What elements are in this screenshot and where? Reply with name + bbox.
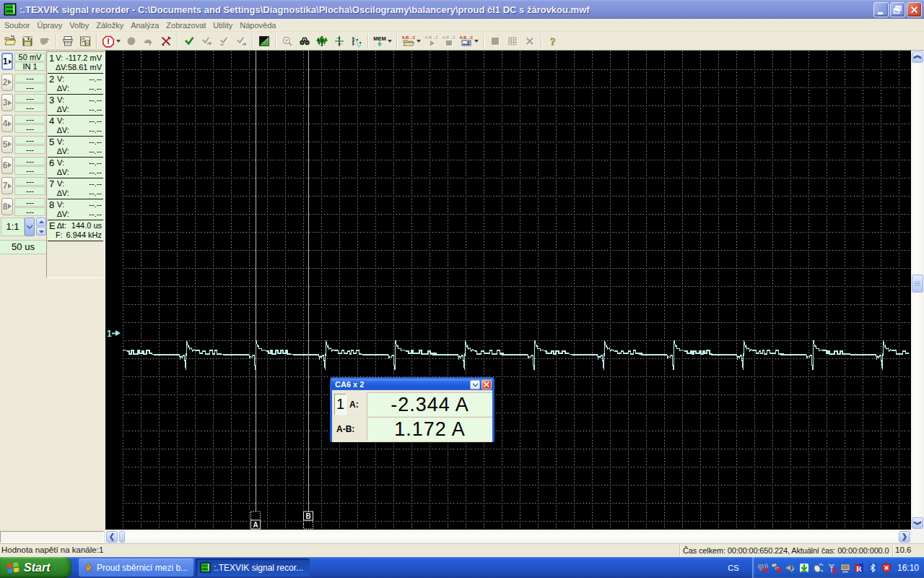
restore-button[interactable] bbox=[890, 2, 905, 17]
channel-8-input-field[interactable]: --- bbox=[14, 207, 45, 216]
invert-screen-button[interactable] bbox=[256, 33, 273, 50]
channel-5-input-field[interactable]: --- bbox=[14, 145, 45, 154]
taskbar-task-1[interactable]: Proud sběrnicí mezi b... bbox=[79, 558, 193, 577]
menu-utility[interactable]: Utility bbox=[213, 21, 232, 30]
channel-7-input-field[interactable]: --- bbox=[14, 186, 45, 195]
menu-soubor[interactable]: Soubor bbox=[4, 21, 30, 30]
minimize-button[interactable] bbox=[873, 2, 889, 17]
svg-text:A: A bbox=[253, 521, 258, 529]
zoom-spin-down-button[interactable] bbox=[36, 227, 46, 236]
check-apply-button[interactable] bbox=[180, 33, 198, 50]
security-alert-icon[interactable] bbox=[881, 562, 892, 574]
taskbar-task-2[interactable]: :.TEXVIK signal recor... bbox=[196, 558, 310, 577]
svg-text:1: 1 bbox=[107, 329, 112, 339]
meas-channel-number: E bbox=[49, 221, 56, 230]
help-button[interactable]: ? bbox=[544, 33, 562, 50]
oscilloscope-plot[interactable]: 1 AB bbox=[105, 51, 911, 530]
channel-2-button[interactable]: 2 bbox=[1, 74, 13, 91]
channel-2-range-field[interactable]: --- bbox=[14, 74, 45, 82]
stop-acquisition-button[interactable] bbox=[100, 33, 123, 50]
menu-zalozky[interactable]: Záložky bbox=[96, 21, 123, 30]
scroll-down-button[interactable]: ❱ bbox=[912, 517, 923, 529]
scroll-left-button[interactable]: ❮ bbox=[106, 531, 118, 543]
cursor-markers-button[interactable] bbox=[331, 33, 348, 50]
meter-collapse-button[interactable] bbox=[470, 380, 480, 389]
zoom-spin-up-button[interactable] bbox=[36, 217, 46, 226]
start-button[interactable]: Start bbox=[0, 557, 71, 578]
dropdown-caret-icon bbox=[116, 40, 121, 43]
channel-1-button[interactable]: 1 bbox=[1, 53, 13, 70]
scroll-right-button[interactable]: ❯ bbox=[899, 531, 910, 543]
open-file-button[interactable] bbox=[1, 33, 19, 50]
bluetooth-icon[interactable] bbox=[867, 562, 879, 574]
abort-tools-button[interactable] bbox=[157, 33, 175, 50]
channel-8-button[interactable]: 8 bbox=[1, 198, 13, 215]
menu-volby[interactable]: Volby bbox=[69, 21, 89, 30]
recovery-app-icon[interactable]: R bbox=[853, 562, 865, 574]
timebase-field[interactable]: 50 us bbox=[0, 240, 46, 254]
block-square-button bbox=[487, 33, 504, 50]
channel-5-button[interactable]: 5 bbox=[1, 136, 13, 153]
scroll-up-button[interactable]: ❰ bbox=[912, 51, 923, 63]
channel-4-button[interactable]: 4 bbox=[1, 115, 13, 132]
audio-volume-icon[interactable] bbox=[785, 562, 796, 574]
chevron-down-icon bbox=[26, 224, 33, 230]
menu-napoveda[interactable]: Nápověda bbox=[240, 21, 276, 30]
channel-4-range-field[interactable]: --- bbox=[14, 115, 45, 124]
channel-3-button[interactable]: 3 bbox=[1, 94, 13, 111]
vertical-scrollbar[interactable]: ❰❱ bbox=[911, 51, 924, 530]
save-image-button[interactable] bbox=[77, 33, 94, 50]
windows-logo-icon bbox=[6, 561, 20, 575]
wireless-error-icon[interactable] bbox=[826, 562, 837, 574]
memory-button[interactable]: MEM bbox=[371, 33, 394, 50]
meas-channel-number: 2 bbox=[49, 74, 56, 84]
cursor-markers-icon bbox=[333, 35, 346, 48]
meas-channel-number: 5 bbox=[49, 137, 56, 147]
horizontal-scroll-thumb[interactable] bbox=[119, 531, 125, 543]
zoom-dropdown-button[interactable] bbox=[25, 217, 35, 236]
channel-3-input-field[interactable]: --- bbox=[14, 103, 45, 112]
network-disabled-icon[interactable] bbox=[757, 562, 769, 574]
updater-green-icon[interactable] bbox=[798, 562, 810, 574]
meas-v-label: ∆t: bbox=[56, 221, 71, 230]
channel-6-input-field[interactable]: --- bbox=[14, 166, 45, 175]
interpolate-wave-button[interactable] bbox=[348, 33, 365, 50]
meas-row-ch6: 6V:--.--∆V:--.-- bbox=[48, 158, 103, 178]
channel-7-button[interactable]: 7 bbox=[1, 177, 13, 194]
meter-title-bar[interactable]: CA6 x 2 bbox=[331, 379, 493, 390]
close-button[interactable] bbox=[907, 2, 922, 17]
meter-window[interactable]: CA6 x 2 1 A: -2.344 A A-B: 1.172 A bbox=[330, 377, 494, 442]
network-pair-error-icon[interactable] bbox=[771, 562, 783, 574]
meas-row-ch3: 3V:--.--∆V:--.-- bbox=[48, 95, 103, 116]
menu-analyza[interactable]: Analýza bbox=[131, 21, 159, 30]
menu-zobrazovat[interactable]: Zobrazovat bbox=[166, 21, 206, 30]
print-button[interactable] bbox=[59, 33, 77, 50]
channel-row-3: 3------ bbox=[0, 94, 46, 113]
channel-5-range-field[interactable]: --- bbox=[14, 136, 45, 144]
save-file-button[interactable] bbox=[19, 33, 36, 50]
compress-signal-button[interactable] bbox=[313, 33, 331, 50]
taskbar-clock[interactable]: 16:10 bbox=[897, 563, 919, 573]
channel-6-range-field[interactable]: --- bbox=[14, 157, 45, 165]
meter-close-button[interactable] bbox=[481, 380, 492, 389]
language-indicator[interactable]: CS bbox=[723, 560, 744, 575]
check-forward-button bbox=[232, 33, 250, 50]
vertical-scroll-thumb[interactable] bbox=[912, 275, 923, 293]
channel-6-button[interactable]: 6 bbox=[1, 157, 13, 174]
math-open-button[interactable]: A:B→C bbox=[400, 33, 423, 50]
channel-8-range-field[interactable]: --- bbox=[14, 198, 45, 207]
math-panel-button[interactable]: A:B→C bbox=[458, 33, 481, 50]
channel-3-range-field[interactable]: --- bbox=[14, 94, 45, 103]
channel-7-range-field[interactable]: --- bbox=[14, 177, 45, 186]
horizontal-scrollbar[interactable]: ❮❯ bbox=[105, 530, 911, 543]
meas-v-value: --.-- bbox=[71, 137, 102, 147]
channel-2-input-field[interactable]: --- bbox=[14, 83, 45, 92]
display-settings-icon[interactable] bbox=[840, 562, 851, 574]
channel-4-input-field[interactable]: --- bbox=[14, 124, 45, 133]
search-binoculars-button[interactable] bbox=[296, 33, 313, 50]
menu-upravy[interactable]: Úpravy bbox=[37, 21, 62, 30]
mouse-device-icon[interactable] bbox=[812, 562, 824, 574]
zoom-ratio-field[interactable]: 1:1 bbox=[1, 217, 25, 236]
channel-1-input-field[interactable]: IN 1 bbox=[14, 62, 45, 71]
channel-1-range-field[interactable]: 50 mV bbox=[14, 53, 45, 61]
